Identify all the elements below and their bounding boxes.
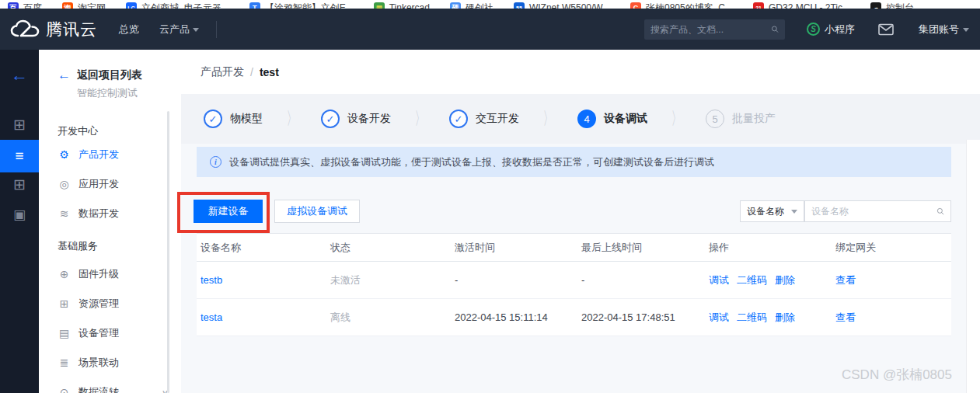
view-gateway-link[interactable]: 查看 [835, 274, 856, 286]
sidebar-item-app-dev[interactable]: ◎应用开发 [58, 176, 174, 193]
bookmark-item[interactable]: 21GD32 MCU - 2Tic... [753, 0, 850, 9]
bookmark-item[interactable]: T【涂鸦智能】立创E... [249, 0, 354, 9]
step-thing-model[interactable]: ✓物模型 [204, 110, 263, 128]
sidebar-item-firmware-upgrade[interactable]: ⊕固件升级 [58, 266, 174, 283]
breadcrumb-current: test [260, 66, 279, 78]
mail-button[interactable] [878, 23, 894, 36]
bookmark-label: 硬创社 [466, 2, 493, 9]
bookmark-label: 控制台 [886, 2, 914, 9]
sidebar-item-data-dev[interactable]: ≋数据开发 [58, 205, 174, 222]
panel-icon: ▣ [13, 207, 26, 223]
back-arrow-icon: ← [11, 65, 28, 85]
grid-icon: ⊞ [13, 116, 26, 134]
lceda-favicon-icon: LC [126, 2, 137, 9]
virtual-device-debug-button[interactable]: 虚拟设备调试 [274, 200, 360, 223]
sidebar-item-product-dev[interactable]: ⚙产品开发 [58, 146, 174, 163]
sidebar-item-data-flow[interactable]: ⊙数据流转∨ [58, 384, 174, 393]
qrcode-link[interactable]: 二维码 [737, 311, 767, 325]
bookmark-label: WIZnet W5500/W... [529, 2, 610, 9]
debug-link[interactable]: 调试 [709, 273, 729, 287]
device-status: 未激活 [326, 273, 451, 287]
bookmark-item[interactable]: ▦Tinkercad [374, 0, 430, 9]
device-search [804, 200, 951, 222]
table-row: testa 离线 2022-04-15 15:11:14 2022-04-15 … [197, 299, 951, 336]
document-icon: ▤ [58, 327, 71, 339]
chevron-down-icon [791, 210, 797, 214]
bookmark-label: 【涂鸦智能】立创E... [265, 2, 354, 9]
chevron-down-icon [963, 28, 969, 32]
device-search-input[interactable] [811, 206, 932, 217]
bookmark-item[interactable]: 淘淘宝网 [62, 0, 106, 9]
step-mass-production[interactable]: 5批量投产 [706, 110, 776, 128]
step-device-dev[interactable]: ✓设备开发 [321, 110, 391, 128]
sidebar-scrollbar[interactable] [167, 111, 169, 393]
search-icon[interactable] [936, 205, 944, 217]
step-separator-icon [287, 108, 298, 130]
account-menu[interactable]: 集团账号 [919, 23, 969, 37]
col-actions: 操作 [705, 241, 832, 255]
mini-program-icon: S [807, 23, 820, 36]
col-status: 状态 [326, 241, 451, 255]
grid-icon: ⊞ [13, 176, 26, 193]
firmware-icon: ⊕ [58, 268, 71, 280]
col-activated-time: 激活时间 [451, 241, 577, 255]
device-name-link[interactable]: testa [201, 311, 222, 323]
back-to-project-list[interactable]: ← 返回项目列表 [58, 68, 142, 83]
waves-icon: ≋ [58, 207, 71, 220]
new-device-button[interactable]: 新建设备 [194, 200, 263, 223]
device-name-link[interactable]: testb [201, 274, 222, 286]
gd32-favicon-icon: 21 [753, 2, 764, 9]
table-header-row: 设备名称 状态 激活时间 最后上线时间 操作 绑定网关 [197, 233, 951, 262]
breadcrumb: 产品开发 / test [181, 50, 980, 94]
header-search[interactable] [644, 19, 785, 40]
header: 腾讯云 总览 云产品 S 小程序 集团账号 [0, 9, 980, 50]
bookmarks-bar: 百百度 淘淘宝网 LC立创商城_电子元器... T【涂鸦智能】立创E... ▦T… [0, 0, 980, 9]
bookmark-label: GD32 MCU - 2Tic... [769, 2, 850, 9]
debug-link[interactable]: 调试 [709, 311, 729, 325]
bookmark-label: 立创商城_电子元器... [141, 2, 229, 9]
step-separator-icon [671, 108, 682, 130]
bookmark-item[interactable]: 55WIZnet W5500/W... [514, 0, 610, 9]
last-online-time: - [577, 274, 705, 286]
page-scrollbar[interactable] [966, 140, 980, 393]
header-search-input[interactable] [650, 24, 771, 35]
device-table: 设备名称 状态 激活时间 最后上线时间 操作 绑定网关 testb 未激活 - … [197, 233, 951, 336]
delete-link[interactable]: 删除 [775, 311, 795, 325]
delete-link[interactable]: 删除 [775, 273, 795, 287]
nav-cloud-products[interactable]: 云产品 [159, 23, 199, 37]
nav-overview[interactable]: 总览 [119, 23, 139, 37]
bookmark-item[interactable]: 硬硬创社 [450, 0, 493, 9]
rail-back-button[interactable]: ← [0, 59, 39, 92]
step-number: 5 [706, 110, 724, 128]
bookmark-item[interactable]: C张楠0805的博客_C... [630, 0, 733, 9]
brand-name: 腾讯云 [46, 19, 97, 40]
sidebar-item-scene-linkage[interactable]: ≣场景联动 [58, 354, 174, 371]
activated-time: - [451, 274, 577, 286]
info-banner-text: 设备调试提供真实、虚拟设备调试功能，便于测试设备上报、接收数据是否正常，可创建测… [229, 155, 714, 169]
rail-docs-button[interactable]: ▣ [0, 198, 39, 231]
section-dev-center: 开发中心 [58, 124, 98, 138]
bookmark-item[interactable]: ☁控制台 [870, 0, 914, 9]
qrcode-link[interactable]: 二维码 [737, 273, 767, 287]
view-gateway-link[interactable]: 查看 [835, 311, 856, 323]
header-divider [216, 21, 217, 38]
sidebar-item-resource-mgmt[interactable]: ⊞资源管理 [58, 295, 174, 312]
mini-program-link[interactable]: S 小程序 [807, 23, 855, 37]
check-icon: ✓ [204, 110, 222, 128]
chevron-down-icon [193, 28, 199, 32]
search-icon[interactable] [771, 23, 779, 35]
sidebar-item-device-mgmt[interactable]: ▤设备管理 [58, 325, 174, 342]
step-interaction-dev[interactable]: ✓交互开发 [449, 110, 519, 128]
table-row: testb 未激活 - - 调试 二维码 删除 查看 [197, 262, 951, 299]
step-device-debug[interactable]: 4设备调试 [577, 110, 647, 128]
tencent-cloud-logo[interactable]: 腾讯云 [0, 19, 97, 40]
section-basic-services: 基础服务 [58, 239, 98, 253]
bookmark-item[interactable]: LC立创商城_电子元器... [126, 0, 229, 9]
rail-overview-button[interactable]: ⊞ [0, 108, 39, 141]
filter-field-dropdown[interactable]: 设备名称 [740, 200, 804, 222]
info-banner: i 设备调试提供真实、虚拟设备调试功能，便于测试设备上报、接收数据是否正常，可创… [197, 147, 951, 177]
breadcrumb-parent[interactable]: 产品开发 [201, 65, 244, 79]
gear-icon: ⚙ [58, 148, 71, 161]
bookmark-item[interactable]: 百百度 [8, 0, 42, 9]
rail-apps-button[interactable]: ⊞ [0, 168, 39, 200]
